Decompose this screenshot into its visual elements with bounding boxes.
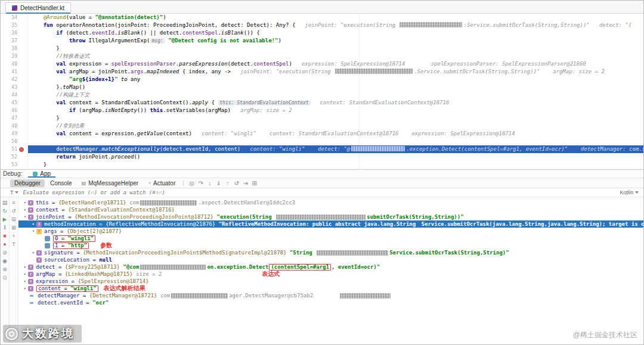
code-line[interactable]: 44 //构建上下文 [1, 91, 643, 99]
variable-row[interactable]: ▸fsignature = {MethodInvocationProceedin… [18, 249, 643, 256]
expand-arrow-icon[interactable]: ▸ [22, 206, 28, 213]
editor-gutter[interactable]: 35 [1, 21, 28, 29]
expand-arrow-icon[interactable]: ▸ [30, 249, 36, 256]
variable-row[interactable]: 1 = "http"参数 [18, 242, 643, 249]
editor-gutter[interactable]: 47 [1, 114, 28, 122]
editor-gutter[interactable]: 44 [1, 91, 28, 99]
code-line[interactable]: 47 } [1, 114, 643, 122]
rerun-icon[interactable]: ↻ [1, 207, 8, 215]
editor-gutter[interactable]: 36 [1, 29, 28, 37]
line-number[interactable]: 40 [2, 60, 17, 68]
editor-gutter[interactable]: 48 [1, 122, 28, 130]
breakpoint-icon[interactable] [19, 147, 24, 152]
editor-gutter[interactable]: 49 [1, 130, 28, 138]
step-into-icon[interactable]: ↓ [205, 179, 214, 187]
pin-icon[interactable]: ⊙ [1, 274, 8, 281]
expand-all-icon[interactable]: ⊞ [10, 224, 17, 231]
run-to-cursor-icon[interactable]: ⇥ [241, 179, 250, 187]
editor-gutter[interactable]: 38 [1, 45, 28, 52]
code-line[interactable]: 40 val expression = spelExpressionParser… [1, 60, 643, 68]
variable-row[interactable]: ▾!args = {Object[2]@21877} [18, 228, 643, 235]
code-line[interactable]: 39 //转换表达式 [1, 52, 643, 60]
line-number[interactable]: 41 [2, 68, 17, 76]
settings-icon[interactable]: ⊛ [1, 266, 8, 273]
variable-row[interactable]: ▸fthis = {DetectHandler@18711} com.aspec… [18, 199, 643, 206]
evaluate-expression-icon[interactable]: ⊞ [250, 179, 259, 187]
editor-gutter[interactable]: 41 [1, 68, 28, 76]
editor-gutter[interactable]: 53 [1, 161, 28, 169]
line-number[interactable]: 49 [2, 130, 17, 138]
collapse-all-icon[interactable]: ⊟ [10, 216, 17, 223]
editor-gutter[interactable]: 46 [1, 107, 28, 114]
editor-gutter[interactable]: 40 [1, 60, 28, 68]
stop-icon[interactable]: ■ [1, 232, 8, 240]
editor-tab-detecthandler[interactable]: DetectHandler.kt [5, 2, 71, 14]
force-step-into-icon[interactable]: ⇓ [214, 179, 223, 187]
expression-type-toggle[interactable]: T [10, 189, 18, 195]
code-line[interactable]: 50 [1, 138, 643, 145]
variable-row[interactable]: ▸fdetect = {$Proxy225@18713} "@comon.exc… [18, 263, 643, 271]
editor-gutter[interactable]: 52 [1, 153, 28, 161]
line-number[interactable]: 36 [2, 29, 17, 37]
line-number[interactable]: 39 [2, 52, 17, 60]
line-number[interactable]: 47 [2, 114, 17, 122]
code-line[interactable]: 36 if (detect.eventId.isBlank() || detec… [1, 29, 643, 37]
expand-arrow-icon[interactable]: ▸ [22, 271, 28, 278]
code-line[interactable]: 42 "arg${index+1}" to any [1, 76, 643, 83]
code-line[interactable]: 49 val content = expression.getValue(con… [1, 130, 643, 138]
line-number[interactable]: 45 [2, 99, 17, 107]
expand-arrow-icon[interactable]: ▾ [22, 213, 28, 220]
editor-gutter[interactable]: 37 [1, 37, 28, 45]
expand-arrow-icon[interactable]: ▾ [30, 228, 36, 235]
code-line[interactable]: 43 }.toMap() [1, 83, 643, 91]
editor-gutter[interactable]: 43 [1, 83, 28, 91]
line-number[interactable]: 50 [2, 138, 17, 145]
variable-row[interactable]: fsourceLocation = null [18, 256, 643, 263]
debug-tab-actuator[interactable]: ◔Actuator [144, 179, 179, 187]
line-number[interactable]: 43 [2, 83, 17, 91]
variable-row[interactable]: ▸fargMap = {LinkedHashMap@18715} size = … [18, 271, 643, 278]
code-line[interactable]: 41 val argMap = joinPoint.args.mapIndexe… [1, 68, 643, 76]
pause-icon[interactable]: ‖ [1, 224, 8, 231]
code-line[interactable]: 53 } [1, 161, 643, 169]
line-number[interactable]: 53 [2, 161, 17, 169]
editor-gutter[interactable]: 34 [1, 14, 28, 21]
line-number[interactable]: 34 [2, 14, 17, 21]
variable-row[interactable]: ▸fcontent = "wingli"表达式解析结果 [18, 285, 643, 292]
filter-icon[interactable]: T [10, 241, 17, 248]
drop-frame-icon[interactable]: ↺ [232, 179, 241, 187]
code-line[interactable]: 35 fun operatorAnnotation(joinPoint: Pro… [1, 21, 643, 29]
add-watch-icon[interactable]: + [10, 232, 17, 240]
debug-tab-console[interactable]: Console [46, 179, 76, 187]
snapshot-icon[interactable]: ◉ [1, 257, 8, 265]
editor-gutter[interactable]: 51 [1, 145, 28, 153]
expression-language-selector[interactable]: Kotlin [620, 189, 639, 195]
editor-gutter[interactable]: 50 [1, 138, 28, 145]
expand-arrow-icon[interactable]: ▸ [22, 278, 28, 285]
line-number[interactable]: 52 [2, 153, 17, 161]
expand-arrow-icon[interactable]: ▸ [22, 263, 28, 271]
code-line[interactable]: 45 val context = StandardEvaluationConte… [1, 99, 643, 107]
debug-session-tab[interactable]: App [28, 170, 55, 178]
code-line[interactable]: 46 if (argMap.isNotEmpty()) this.setVari… [1, 107, 643, 114]
restore-layout-icon[interactable]: ↺ [10, 207, 17, 215]
line-number[interactable]: 46 [2, 107, 17, 114]
code-line[interactable]: 37 throw IllegalArgumentExp(msg: "@Detec… [1, 37, 643, 45]
editor-gutter[interactable]: 42 [1, 76, 28, 83]
line-number[interactable]: 35 [2, 21, 17, 29]
step-over-icon[interactable]: ↷ [196, 179, 205, 187]
code-line[interactable]: 52 return joinPoint.proceed() [1, 153, 643, 161]
line-number[interactable]: 42 [2, 76, 17, 83]
debug-tab-debugger[interactable]: Debugger [10, 179, 45, 187]
resume-icon[interactable]: ▶ [1, 216, 8, 223]
code-line[interactable]: 48 //拿到结果 [1, 122, 643, 130]
evaluate-expression-input[interactable] [23, 189, 620, 195]
view-breakpoints-icon[interactable]: ● [1, 241, 8, 248]
line-number[interactable]: 37 [2, 37, 17, 45]
show-execution-point-icon[interactable]: ◎ [187, 179, 196, 187]
code-line[interactable]: 51 detectManager.matchExceptionally(dete… [1, 145, 643, 153]
frames-icon[interactable]: ≡ [10, 199, 17, 206]
variables-tree[interactable]: ▸fthis = {DetectHandler@18711} com.aspec… [18, 197, 643, 345]
expand-arrow-icon[interactable]: ▸ [22, 199, 28, 206]
variable-row[interactable]: ∞detectManager = {DetectManager@18721} c… [18, 292, 643, 299]
